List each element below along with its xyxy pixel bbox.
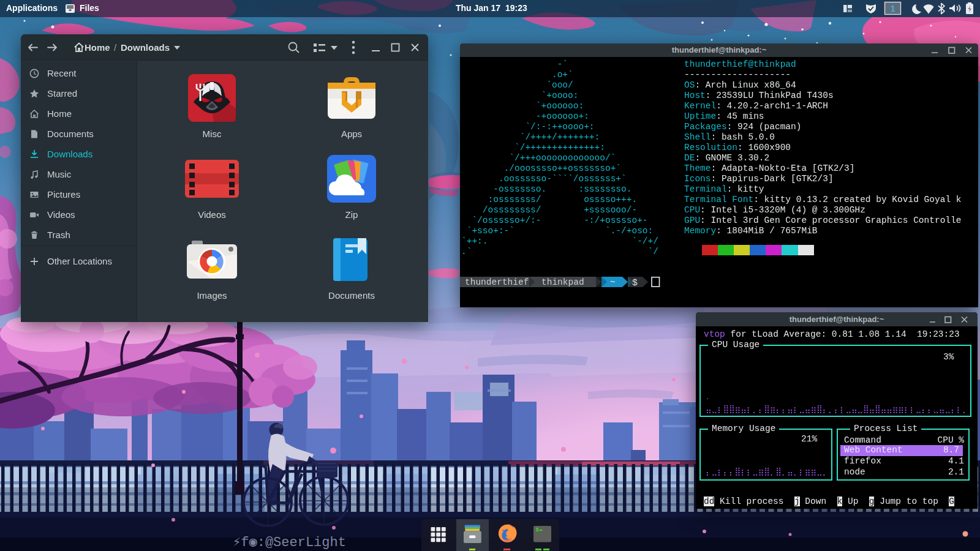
svg-text:Home: Home	[85, 42, 110, 53]
svg-text:~: ~	[610, 277, 616, 287]
svg-text:$: $	[632, 278, 638, 288]
svg-text:/: /	[114, 42, 117, 53]
svg-text:$: $	[536, 527, 540, 533]
svg-text:thunderthief: thunderthief	[465, 277, 529, 287]
svg-text:1: 1	[891, 4, 895, 13]
svg-text:thinkpad: thinkpad	[541, 277, 584, 287]
svg-text:Downloads: Downloads	[121, 42, 170, 53]
svg-text:⚡f◉:@SeerLight: ⚡f◉:@SeerLight	[233, 535, 346, 550]
